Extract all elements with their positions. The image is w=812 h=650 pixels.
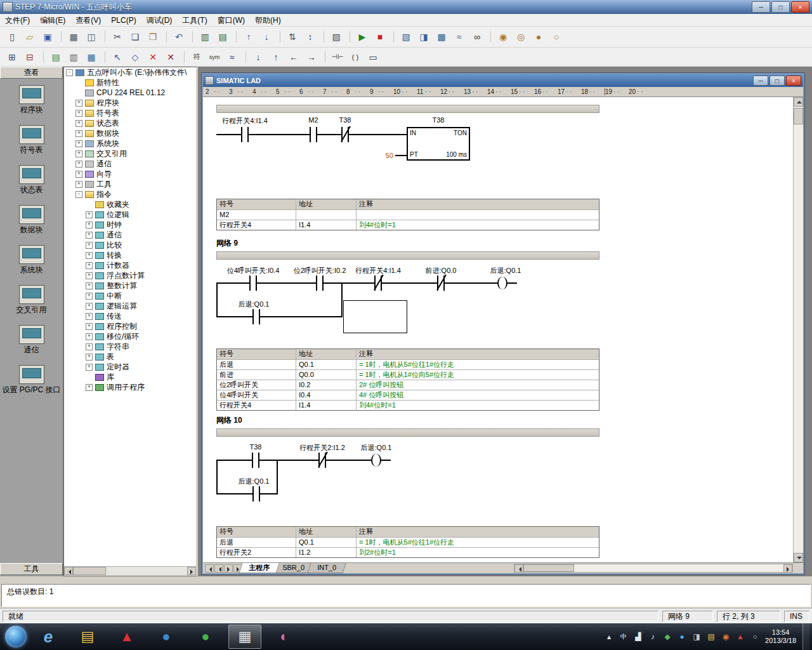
scrollbar-thumb[interactable] — [794, 108, 803, 124]
tree-expander[interactable]: + — [86, 282, 93, 289]
print-button[interactable]: ▦ — [65, 29, 82, 45]
taskbar-paint-button[interactable]: ◐ — [268, 625, 301, 649]
scroll-down-button[interactable] — [794, 553, 803, 562]
no-contact[interactable] — [310, 127, 317, 142]
cut-button[interactable]: ✂ — [109, 29, 126, 45]
address-cell[interactable]: I0.4 — [296, 390, 356, 400]
unforce-all-button[interactable]: ○ — [548, 29, 565, 45]
paste-button[interactable]: ❐ — [145, 29, 161, 45]
scroll-up-button[interactable] — [794, 97, 803, 107]
maximize-button[interactable]: □ — [771, 1, 790, 13]
tree-item-status-chart[interactable]: + 状态表 — [64, 118, 196, 128]
tree-expander[interactable]: + — [75, 161, 82, 168]
symbol-table-row[interactable]: 位2呼叫开关 I0.2 2# 位呼叫按钮 — [217, 380, 599, 390]
menu-debug[interactable]: 调试(D) — [141, 14, 178, 27]
taskbar-explorer-button[interactable]: ▤ — [71, 625, 104, 649]
toggle-symbol-info-button[interactable]: sym — [206, 49, 223, 65]
symbol-table-row[interactable]: 前进 Q0.0 = 1时，电机从1#位向5#位行走 — [217, 369, 599, 380]
symbol-table-row[interactable]: 后退 Q0.1 = 1时，电机从5#位往1#位行走 — [217, 359, 599, 369]
tree-expander[interactable]: + — [86, 293, 93, 300]
view-system-block[interactable]: 系统块 — [0, 245, 63, 285]
tree-item-convert[interactable]: + 转换 — [64, 250, 196, 260]
no-contact[interactable] — [249, 275, 257, 291]
tray-antivirus-icon[interactable]: ◆ — [662, 632, 672, 641]
tab-int0[interactable]: INT_0 — [307, 563, 346, 573]
insert-element-button[interactable]: ◇ — [127, 49, 143, 65]
tree-item-counters[interactable]: + 计数器 — [64, 260, 196, 270]
tree-expander[interactable]: + — [86, 333, 93, 340]
output-coil[interactable] — [497, 277, 508, 289]
tree-expander[interactable]: + — [86, 242, 93, 249]
network10-title[interactable]: 网络 10 — [216, 415, 242, 426]
menu-view[interactable]: 查看(V) — [70, 14, 106, 27]
tree-item-new-features[interactable]: 新特性 — [64, 77, 196, 88]
comment-cell[interactable]: 4# 位呼叫按钮 — [356, 390, 599, 400]
tree-expander[interactable]: + — [75, 171, 82, 178]
tree-expander[interactable]: + — [86, 313, 93, 320]
force-button[interactable]: ◉ — [495, 29, 511, 45]
tray-ime-icon[interactable]: 中 — [619, 632, 629, 641]
symbol-table-row[interactable]: 行程开关2 I1.2 到2#位时=1 — [217, 547, 599, 557]
pt-constant-value[interactable]: 50 — [386, 152, 393, 159]
menu-tools[interactable]: 工具(T) — [177, 14, 212, 27]
tray-power-icon[interactable]: ○ — [750, 632, 760, 641]
menu-help[interactable]: 帮助(H) — [250, 14, 286, 27]
sort-ascending-button[interactable]: ⇅ — [284, 29, 301, 45]
tray-security-icon[interactable]: ▲ — [735, 632, 745, 641]
save-button[interactable]: ▣ — [39, 29, 56, 45]
tree-item-bit-logic[interactable]: + 位逻辑 — [64, 209, 196, 220]
no-contact[interactable] — [316, 275, 324, 291]
tree-expander[interactable]: + — [86, 262, 93, 269]
tree-expander[interactable]: + — [86, 232, 93, 239]
tree-item-program-control[interactable]: + 程序控制 — [64, 321, 196, 331]
tree-expander[interactable]: + — [75, 130, 82, 137]
view-status-monitor-button[interactable]: ∞ — [469, 29, 485, 45]
tree-expander[interactable]: + — [86, 272, 93, 279]
taskbar-step7-button[interactable]: ▦ — [228, 625, 261, 649]
tree-expander[interactable]: - — [75, 191, 82, 198]
tray-network-icon[interactable]: ▟ — [633, 632, 643, 641]
tree-expander[interactable]: + — [86, 323, 93, 330]
tree-expander[interactable]: + — [86, 343, 93, 350]
address-cell[interactable] — [296, 210, 356, 220]
insert-network-button[interactable]: ⊞ — [4, 49, 20, 65]
tree-expander[interactable]: + — [86, 211, 93, 218]
tree-item-move[interactable]: + 传送 — [64, 311, 196, 321]
nc-contact[interactable] — [437, 275, 445, 291]
menu-plc[interactable]: PLC(P) — [106, 14, 141, 27]
output-coil[interactable] — [371, 454, 381, 467]
unforce-button[interactable]: ◎ — [513, 29, 529, 45]
insert-box-button[interactable]: ▭ — [365, 49, 381, 65]
tree-expander[interactable]: + — [86, 222, 93, 229]
network9-title-bar[interactable] — [216, 251, 599, 260]
network8-title-bar[interactable] — [216, 105, 599, 113]
tray-im-icon[interactable]: ● — [677, 632, 687, 641]
tree-expander[interactable]: - — [66, 69, 73, 76]
menu-window[interactable]: 窗口(W) — [213, 14, 250, 27]
selection-cursor-box[interactable] — [343, 300, 407, 333]
tree-expander[interactable] — [75, 90, 82, 96]
toggle-network-comments-button[interactable]: ▥ — [65, 49, 82, 65]
tree-item-tools[interactable]: + 工具 — [64, 179, 196, 189]
no-contact[interactable] — [252, 309, 260, 324]
tray-volume-icon[interactable]: ♪ — [648, 632, 658, 641]
insert-contact-button[interactable]: ⊣⊢ — [329, 49, 346, 65]
toggle-comment-display-button[interactable]: ≈ — [224, 49, 240, 65]
taskbar-clock[interactable]: 13:54 2013/3/18 — [765, 628, 796, 645]
download-button[interactable]: ↓ — [258, 29, 275, 45]
menu-file[interactable]: 文件(F) — [0, 14, 35, 27]
tree-expander[interactable]: + — [75, 110, 82, 117]
tree-item-table[interactable]: + 表 — [64, 352, 196, 362]
view-cross-reference[interactable]: 交叉引用 — [0, 285, 63, 325]
taskbar-media-button[interactable]: ● — [189, 625, 222, 649]
view-status-chart[interactable]: 状态表 — [0, 165, 63, 205]
tree-item-comm-instructions[interactable]: + 通信 — [64, 230, 196, 240]
tree-item-libraries[interactable]: 库 — [64, 372, 196, 382]
tree-horizontal-scrollbar[interactable] — [64, 566, 196, 576]
scrollbar-thumb[interactable] — [523, 564, 574, 572]
line-right-button[interactable]: → — [303, 49, 320, 65]
tree-item-timers[interactable]: + 定时器 — [64, 362, 196, 372]
line-up-button[interactable]: ↑ — [268, 49, 284, 65]
symbol-cell[interactable]: 后退 — [217, 538, 296, 547]
open-file-button[interactable]: ▱ — [22, 29, 38, 45]
